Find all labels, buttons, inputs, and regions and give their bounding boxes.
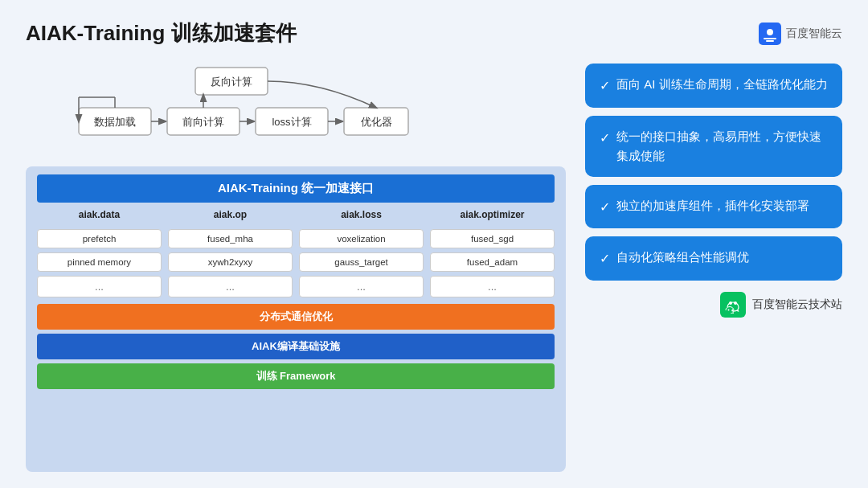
svg-text:loss计算: loss计算	[272, 116, 311, 128]
bar-framework: 训练 Framework	[37, 363, 555, 389]
feature-text-3: 独立的加速库组件，插件化安装部署	[616, 196, 828, 215]
aiak-col-header-data: aiak.data	[37, 209, 162, 220]
checkmark-icon-3: ✓	[600, 197, 610, 218]
svg-text:反向计算: 反向计算	[211, 76, 252, 88]
aiak-item-loss-dots: ...	[299, 276, 424, 297]
svg-point-23	[728, 309, 730, 310]
feature-text-1: 面向 AI 训练生命周期，全链路优化能力	[616, 75, 828, 94]
aiak-item-optimizer-dots: ...	[430, 276, 555, 297]
feature-text-4: 自动化策略组合性能调优	[616, 248, 828, 267]
aiak-item-gauss-target: gauss_target	[299, 252, 424, 272]
svg-point-24	[732, 309, 734, 310]
svg-text:优化器: 优化器	[361, 116, 392, 128]
checkmark-icon-1: ✓	[600, 76, 610, 96]
feature-card-4: ✓ 自动化策略组合性能调优	[585, 236, 842, 281]
bottom-bars: 分布式通信优化 AIAK编译基础设施 训练 Framework	[37, 304, 555, 389]
aiak-item-xywh2xyxy: xywh2xyxy	[168, 252, 293, 272]
checkmark-icon-2: ✓	[600, 128, 610, 149]
flow-svg: 数据加载 前向计算 loss计算 优化器	[71, 64, 521, 152]
aiak-item-fused-mha: fused_mha	[168, 229, 293, 248]
left-panel: 数据加载 前向计算 loss计算 优化器	[26, 64, 566, 472]
aiak-item-fused-sgd: fused_sgd	[430, 229, 555, 248]
bar-distributed: 分布式通信优化	[37, 304, 555, 330]
page-title: AIAK-Training 训练加速套件	[26, 19, 297, 47]
bar-compiler: AIAK编译基础设施	[37, 334, 555, 359]
aiak-module: AIAK-Training 统一加速接口 aiak.data prefetch …	[26, 166, 566, 472]
aiak-item-pinned-memory: pinned memory	[37, 252, 162, 272]
logo-text: 百度智能云	[786, 27, 842, 41]
aiak-col-op: aiak.op fused_mha xywh2xyxy ...	[168, 209, 293, 297]
checkmark-icon-4: ✓	[600, 248, 610, 269]
svg-text:数据加载: 数据加载	[94, 116, 136, 128]
wechat-icon	[720, 292, 746, 318]
aiak-item-prefetch: prefetch	[37, 229, 162, 248]
aiak-col-optimizer: aiak.optimizer fused_sgd fused_adam ...	[430, 209, 555, 297]
aiak-col-header-optimizer: aiak.optimizer	[430, 209, 555, 220]
aiak-columns: aiak.data prefetch pinned memory ... aia…	[37, 209, 555, 297]
svg-rect-3	[766, 40, 774, 42]
svg-point-1	[767, 29, 773, 35]
wechat-footer: 百度智能云技术站	[585, 292, 842, 318]
main-content: 数据加载 前向计算 loss计算 优化器	[26, 64, 842, 472]
header: AIAK-Training 训练加速套件 百度智能云	[26, 19, 842, 47]
svg-rect-2	[764, 38, 776, 39]
feature-card-1: ✓ 面向 AI 训练生命周期，全链路优化能力	[585, 64, 842, 108]
feature-card-2: ✓ 统一的接口抽象，高易用性，方便快速集成使能	[585, 116, 842, 177]
aiak-item-fused-adam: fused_adam	[430, 252, 555, 272]
aiak-item-op-dots: ...	[168, 276, 293, 297]
baidu-logo-icon	[759, 23, 781, 45]
right-panel: ✓ 面向 AI 训练生命周期，全链路优化能力 ✓ 统一的接口抽象，高易用性，方便…	[585, 64, 842, 472]
logo-area: 百度智能云	[759, 23, 842, 45]
aiak-header: AIAK-Training 统一加速接口	[37, 174, 555, 203]
wechat-text: 百度智能云技术站	[752, 297, 842, 312]
aiak-col-header-loss: aiak.loss	[299, 209, 424, 220]
aiak-col-header-op: aiak.op	[168, 209, 293, 220]
aiak-item-voxelization: voxelization	[299, 229, 424, 248]
flow-diagram: 数据加载 前向计算 loss计算 优化器	[26, 64, 566, 152]
svg-text:前向计算: 前向计算	[182, 116, 224, 128]
feature-card-3: ✓ 独立的加速库组件，插件化安装部署	[585, 185, 842, 229]
aiak-col-loss: aiak.loss voxelization gauss_target ...	[299, 209, 424, 297]
aiak-item-data-dots: ...	[37, 276, 162, 297]
feature-text-2: 统一的接口抽象，高易用性，方便快速集成使能	[616, 127, 828, 166]
aiak-col-data: aiak.data prefetch pinned memory ...	[37, 209, 162, 297]
page-wrapper: AIAK-Training 训练加速套件 百度智能云 数据加	[0, 0, 868, 488]
